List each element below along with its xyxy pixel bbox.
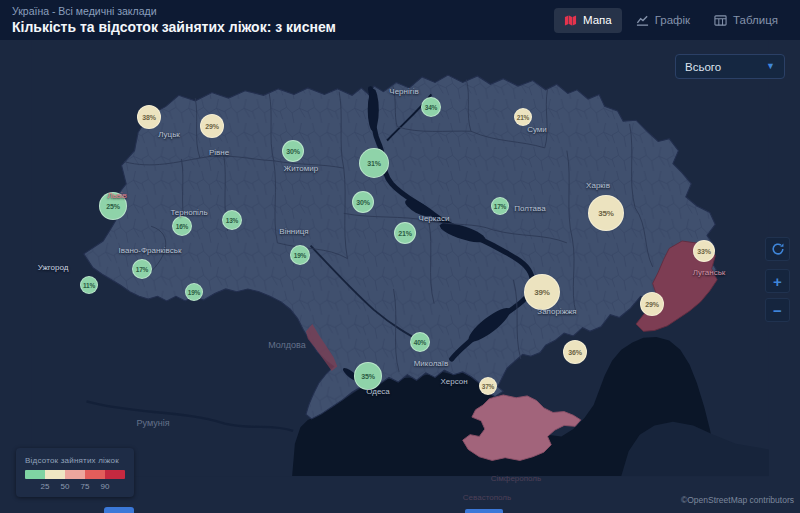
tab-map[interactable]: Мапа [554, 8, 622, 33]
city-label: Сімферополь [491, 474, 541, 483]
page-title: Кількість та відсоток зайнятих ліжок: з … [12, 19, 336, 36]
region-bubble[interactable]: 21% [514, 108, 532, 126]
region-filter-value: Всього [685, 61, 721, 73]
region-bubble[interactable]: 11% [80, 276, 98, 294]
city-label: Полтава [514, 204, 545, 213]
tab-label: Таблиця [733, 14, 778, 27]
chevron-down-icon: ▼ [766, 62, 775, 71]
city-label: Львів [107, 191, 127, 200]
legend-tick: 75 [81, 482, 90, 491]
region-bubble[interactable]: 40% [410, 332, 430, 352]
legend-color-segment [105, 470, 125, 479]
city-label: Ужгород [38, 263, 69, 272]
city-label: Рівне [209, 148, 229, 157]
city-label: Чернігів [389, 87, 418, 96]
country-label: Молдова [268, 340, 306, 350]
map-overlay: 38%29%30%34%21%31%30%25%16%13%19%21%17%3… [0, 40, 800, 513]
region-bubble[interactable]: 39% [524, 274, 560, 310]
view-switcher: МапаГрафікТаблиця [554, 8, 788, 33]
region-bubble[interactable]: 19% [290, 245, 310, 265]
region-bubble[interactable]: 21% [394, 222, 416, 244]
region-bubble[interactable]: 34% [421, 97, 441, 117]
breadcrumb: Україна - Всі медичні заклади [12, 5, 336, 17]
region-bubble[interactable]: 38% [137, 105, 161, 129]
chart-icon [636, 14, 649, 27]
region-bubble[interactable]: 29% [200, 114, 224, 138]
region-bubble[interactable]: 16% [172, 216, 192, 236]
legend-color-segment [85, 470, 105, 479]
titles: Україна - Всі медичні заклади Кількість … [12, 5, 336, 36]
region-filter-dropdown[interactable]: Всього ▼ [675, 54, 785, 79]
zoom-in-button[interactable]: + [765, 269, 790, 293]
refresh-button[interactable] [765, 237, 790, 261]
city-label: Запоріжжя [537, 307, 576, 316]
city-label: Херсон [440, 377, 467, 386]
tab-label: Графік [655, 14, 690, 27]
city-label: Харків [586, 181, 610, 190]
region-bubble[interactable]: 35% [588, 195, 624, 231]
legend-ticks: 25507590 [25, 482, 125, 492]
region-bubble[interactable]: 17% [491, 197, 509, 215]
header: Україна - Всі медичні заклади Кількість … [0, 0, 800, 40]
region-bubble[interactable]: 36% [563, 340, 587, 364]
city-label: Одеса [366, 387, 390, 396]
country-label: Румунія [136, 418, 169, 428]
region-bubble[interactable]: 37% [479, 377, 497, 395]
city-label: Севастополь [463, 493, 511, 502]
legend-color-segment [45, 470, 65, 479]
map-controls: +− [765, 237, 790, 322]
city-label: Луцьк [158, 130, 180, 139]
map-icon [564, 14, 577, 27]
region-bubble[interactable]: 30% [282, 140, 304, 162]
region-bubble[interactable]: 29% [640, 292, 664, 316]
legend-tick: 50 [61, 482, 70, 491]
partial-bottom-button[interactable] [465, 509, 503, 513]
tab-chart[interactable]: Графік [626, 8, 700, 33]
zoom-out-button[interactable]: − [765, 298, 790, 322]
legend-color-segment [25, 470, 45, 479]
city-label: Суми [527, 125, 547, 134]
map-attribution: ©OpenStreetMap contributors [681, 495, 794, 505]
tab-label: Мапа [583, 14, 612, 27]
legend-tick: 25 [41, 482, 50, 491]
legend-tick: 90 [101, 482, 110, 491]
region-bubble[interactable]: 33% [693, 240, 715, 262]
refresh-icon [771, 242, 785, 256]
legend-color-segment [65, 470, 85, 479]
legend-title: Відсоток зайнятих ліжок [25, 456, 125, 465]
city-label: Вінниця [279, 227, 308, 236]
city-label: Івано-Франківськ [119, 246, 182, 255]
legend-gradient-bar [25, 470, 125, 479]
region-bubble[interactable]: 17% [132, 259, 152, 279]
region-bubble[interactable]: 31% [359, 148, 389, 178]
city-label: Житомир [284, 164, 318, 173]
region-bubble[interactable]: 19% [185, 283, 203, 301]
city-label: Миколаїв [414, 359, 449, 368]
tab-table[interactable]: Таблиця [704, 8, 788, 33]
map-canvas[interactable]: 38%29%30%34%21%31%30%25%16%13%19%21%17%3… [0, 40, 800, 513]
city-label: Луганськ [693, 268, 726, 277]
partial-bottom-button[interactable] [104, 507, 134, 513]
city-label: Черкаси [419, 214, 450, 223]
legend: Відсоток зайнятих ліжок 25507590 [16, 448, 134, 497]
region-bubble[interactable]: 30% [352, 191, 374, 213]
region-bubble[interactable]: 13% [222, 210, 242, 230]
table-icon [714, 14, 727, 27]
city-label: Тернопіль [170, 208, 207, 217]
